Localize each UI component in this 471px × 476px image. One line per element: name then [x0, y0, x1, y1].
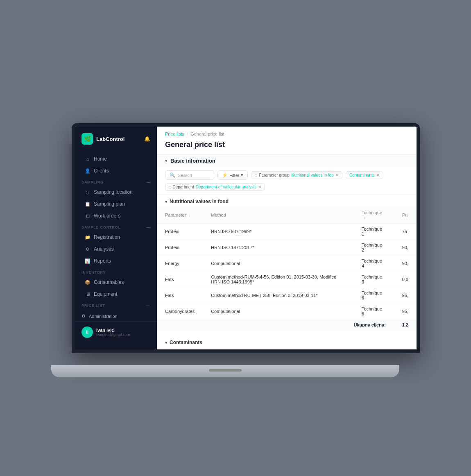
table-row: Fats Custom method-RUM-5.4-56, Edition 0…: [157, 272, 417, 288]
sidebar: 🌿 LabControl 🔔 ⌂ Home 👤 Clients SAMPLING: [75, 127, 157, 349]
price-list-section-label: PRICE LIST —: [75, 300, 157, 309]
breadcrumb-parent[interactable]: Price lists: [165, 131, 184, 136]
main-content: Price lists / General price list General…: [157, 127, 417, 349]
user-email: ivan.ivic@gmail.com: [96, 333, 150, 337]
sort-technique[interactable]: ↕: [363, 216, 365, 220]
table-row: Fats Custom method RU-MET-258, Edition 0…: [157, 288, 417, 304]
user-profile[interactable]: II Ivan Ivić ivan.ivic@gmail.com: [75, 321, 157, 343]
admin-icon: ⚙: [82, 313, 86, 319]
sidebar-nav: ⌂ Home 👤 Clients SAMPLING — ◎ Sampling l…: [75, 153, 157, 311]
sidebar-item-registration[interactable]: 📁 Registration: [78, 231, 154, 243]
remove-tag-2[interactable]: ✕: [376, 173, 380, 177]
search-box[interactable]: 🔍 Search: [165, 170, 214, 180]
orders-icon: ⊞: [85, 213, 91, 219]
col-technique[interactable]: Technique ↕: [353, 207, 394, 224]
col-method[interactable]: Method: [203, 207, 353, 224]
col-price[interactable]: Pri: [394, 207, 417, 224]
consumables-icon: 📦: [85, 280, 91, 285]
contaminants-tag: Contaminants ✕: [346, 171, 383, 179]
breadcrumb-current: General price list: [190, 131, 224, 136]
equipment-icon: 🖥: [85, 292, 91, 297]
table-row: Protein HRN ISO 1871:2017* Technique 2 9…: [157, 240, 417, 256]
sidebar-item-reports[interactable]: 📊 Reports: [78, 255, 154, 267]
sidebar-item-clients[interactable]: 👤 Clients: [78, 165, 154, 177]
total-row: Ukupna cijena: 1.2: [157, 320, 417, 331]
location-icon: ◎: [85, 190, 91, 195]
laptop-base: [51, 365, 399, 377]
breadcrumb: Price lists / General price list: [157, 127, 417, 139]
chevron-down-icon: ▾: [241, 172, 243, 178]
contaminants-section-header: ▾ Contaminants: [157, 335, 417, 348]
department-tag: □ Department Department of molecular ana…: [165, 183, 265, 191]
remove-tag-3[interactable]: ✕: [258, 185, 261, 189]
admin-section[interactable]: ⚙ Administration: [75, 311, 157, 321]
inventory-section-label: INVENTORY: [75, 267, 157, 276]
sidebar-item-sampling-plan[interactable]: 📋 Sampling plan: [78, 198, 154, 210]
col-parameter[interactable]: Parameter ↕: [157, 207, 203, 224]
page-title: General price list: [157, 139, 417, 154]
plan-icon: 📋: [85, 202, 91, 207]
basic-info-section: ▾ Basic information: [157, 154, 417, 167]
basic-info-label: Basic information: [170, 158, 215, 164]
table-row: Protein HRN ISO 937:1999* Technique 1 75: [157, 224, 417, 240]
param-group-tag: □ Parameter group Nutritional values in …: [251, 171, 342, 179]
nutritional-chevron[interactable]: ▾: [165, 199, 167, 204]
sidebar-item-analyses[interactable]: ⚙ Analyses: [78, 243, 154, 255]
filter-button[interactable]: ⚡ Filter ▾: [217, 170, 248, 180]
nutritional-table: Parameter ↕ Method Technique ↕: [157, 207, 417, 331]
analyses-icon: ⚙: [85, 247, 91, 252]
search-icon: 🔍: [170, 172, 175, 178]
filter-bar: 🔍 Search ⚡ Filter ▾ □ Parameter group Nu…: [157, 167, 417, 195]
registration-icon: 📁: [85, 235, 91, 240]
contaminants-chevron[interactable]: ▾: [165, 340, 167, 345]
user-info: Ivan Ivić ivan.ivic@gmail.com: [96, 328, 150, 337]
dept-icon: □: [169, 185, 171, 189]
logo-icon: 🌿: [82, 133, 93, 145]
home-icon: ⌂: [85, 156, 91, 161]
logo: 🌿 LabControl 🔔: [75, 133, 157, 153]
user-name: Ivan Ivić: [96, 328, 150, 333]
chevron-icon[interactable]: ▾: [165, 159, 167, 163]
table-row: Energy Computational Technique 4 90,: [157, 256, 417, 272]
remove-tag-1[interactable]: ✕: [335, 173, 339, 177]
sidebar-item-equipment[interactable]: 🖥 Equipment: [78, 288, 154, 300]
breadcrumb-separator: /: [187, 131, 188, 136]
clients-icon: 👤: [85, 168, 91, 174]
contaminants-label: Contaminants: [170, 340, 202, 345]
nutritional-section-header: ▾ Nutritional values in food: [157, 195, 417, 207]
search-placeholder: Search: [178, 173, 192, 178]
sampling-section-label: SAMPLING —: [75, 177, 157, 186]
logo-text: LabControl: [96, 136, 125, 142]
sidebar-item-home[interactable]: ⌂ Home: [78, 153, 154, 165]
sidebar-item-consumables[interactable]: 📦 Consumables: [78, 277, 154, 288]
sample-control-section-label: SAMPLE CONTROL —: [75, 222, 157, 231]
sidebar-item-sampling-location[interactable]: ◎ Sampling location: [78, 186, 154, 198]
nutritional-label: Nutritional values in food: [170, 199, 229, 204]
reports-icon: 📊: [85, 258, 91, 264]
sidebar-item-work-orders[interactable]: ⊞ Work orders: [78, 210, 154, 222]
avatar: II: [82, 326, 93, 338]
table-row: Carbohydrates Computational Technique 6 …: [157, 304, 417, 320]
bell-icon[interactable]: 🔔: [144, 136, 150, 142]
tag-icon: □: [255, 173, 257, 177]
sort-parameter[interactable]: ↕: [189, 213, 191, 218]
filter-icon: ⚡: [222, 172, 228, 178]
